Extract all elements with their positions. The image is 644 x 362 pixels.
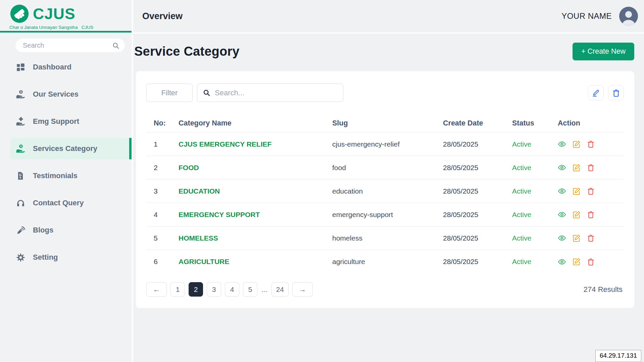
status-badge: Active — [512, 164, 558, 172]
edit-icon[interactable] — [573, 140, 581, 148]
create-date: 28/05/2025 — [443, 211, 512, 219]
delete-icon[interactable] — [587, 164, 595, 171]
search-icon[interactable] — [112, 42, 119, 49]
delete-icon[interactable] — [587, 258, 595, 266]
table-search-input[interactable] — [215, 89, 338, 97]
svg-text:$: $ — [20, 90, 22, 94]
delete-icon[interactable] — [587, 211, 595, 218]
brand-name: CJUS — [33, 6, 76, 21]
category-name-link[interactable]: HOMELESS — [179, 234, 332, 242]
table-footer: ← 1 2 3 4 5 ... 24 → 274 Results — [146, 282, 624, 297]
pagination-page-4[interactable]: 4 — [225, 282, 239, 297]
category-name-link[interactable]: FOOD — [179, 164, 332, 172]
edit-icon[interactable] — [573, 234, 581, 242]
ip-address-overlay: 64.29.17.131 — [595, 350, 641, 362]
view-icon[interactable] — [558, 163, 566, 172]
edit-icon[interactable] — [573, 164, 581, 172]
pagination-page-5[interactable]: 5 — [243, 282, 257, 297]
pagination-next-button[interactable]: → — [292, 282, 313, 297]
status-badge: Active — [512, 234, 558, 242]
bulk-edit-button[interactable] — [588, 85, 604, 100]
sidebar-item-blogs[interactable]: Blogs — [0, 219, 132, 241]
table-header-row: No: Category Name Slug Create Date Statu… — [146, 114, 624, 133]
status-badge: Active — [512, 258, 558, 266]
column-header-create-date: Create Date — [443, 119, 512, 127]
view-icon[interactable] — [558, 140, 566, 148]
column-header-action: Action — [558, 119, 624, 127]
results-count: 274 Results — [584, 285, 624, 294]
filter-button[interactable]: Filter — [146, 84, 193, 102]
delete-icon[interactable] — [587, 140, 595, 148]
view-icon[interactable] — [558, 210, 566, 219]
sidebar-item-label: Testimonials — [33, 171, 78, 180]
sidebar-search-input[interactable] — [23, 42, 112, 49]
trash-icon — [612, 89, 620, 97]
column-header-status: Status — [512, 119, 558, 127]
pagination-page-1[interactable]: 1 — [170, 282, 185, 297]
search-icon — [203, 89, 210, 97]
edit-icon[interactable] — [573, 187, 581, 195]
pagination: ← 1 2 3 4 5 ... 24 → — [146, 282, 313, 297]
row-actions — [558, 234, 624, 242]
sidebar-item-setting[interactable]: Setting — [0, 247, 132, 268]
hand-holding-dollar-icon: $ — [15, 90, 26, 99]
category-slug: homeless — [332, 234, 443, 242]
category-name-link[interactable]: EMERGENCY SUPPORT — [179, 211, 332, 219]
sidebar-item-label: Emg Support — [33, 117, 79, 126]
category-slug: education — [332, 187, 443, 195]
row-actions — [558, 210, 624, 219]
topbar: Overview YOUR NAME — [133, 0, 644, 34]
edit-icon[interactable] — [573, 211, 581, 219]
sidebar-item-our-services[interactable]: $ Our Services — [0, 84, 132, 105]
active-indicator-bar — [129, 138, 132, 159]
hand-holding-plus-icon — [15, 117, 26, 126]
pagination-page-2-active[interactable]: 2 — [189, 282, 203, 297]
category-table: No: Category Name Slug Create Date Statu… — [146, 114, 624, 273]
row-actions — [558, 187, 624, 195]
row-actions — [558, 140, 624, 148]
page-header: Service Category + Create New — [134, 43, 634, 60]
delete-icon[interactable] — [587, 187, 595, 195]
sidebar-search — [15, 39, 125, 52]
sidebar-item-label: Contact Query — [33, 199, 84, 207]
view-icon[interactable] — [558, 258, 566, 266]
category-name-link[interactable]: CJUS EMERGENCY RELIEF — [179, 140, 332, 148]
sidebar-item-label: Blogs — [33, 226, 53, 235]
column-header-no: No: — [154, 119, 179, 127]
table-row: 2 FOOD food 28/05/2025 Active — [146, 156, 624, 179]
pagination-page-3[interactable]: 3 — [207, 282, 221, 297]
create-date: 28/05/2025 — [443, 164, 512, 172]
category-slug: cjus-emergency-relief — [332, 140, 443, 148]
sidebar-item-label: Dashboard — [33, 63, 71, 71]
edit-icon[interactable] — [573, 258, 581, 266]
gear-icon — [15, 253, 26, 262]
blog-pen-icon — [15, 226, 26, 235]
create-new-button[interactable]: + Create New — [573, 43, 634, 60]
status-badge: Active — [512, 140, 558, 148]
view-icon[interactable] — [558, 234, 566, 242]
category-slug: food — [332, 164, 443, 172]
user-menu[interactable]: YOUR NAME — [561, 7, 638, 25]
sidebar-item-emg-support[interactable]: Emg Support — [0, 111, 132, 132]
category-name-link[interactable]: AGRICULTURE — [179, 258, 332, 266]
brand-logo[interactable]: CJUS Char o Janata Unnayan Sangstha CJUS — [0, 0, 132, 33]
table-row: 5 HOMELESS homeless 28/05/2025 Active — [146, 226, 624, 250]
bulk-delete-button[interactable] — [608, 85, 624, 100]
sidebar-item-services-category[interactable]: $ Services Category — [10, 138, 132, 159]
table-row: 6 AGRICULTURE agriculture 28/05/2025 Act… — [146, 250, 624, 273]
delete-icon[interactable] — [587, 234, 595, 242]
table-search — [197, 84, 343, 102]
sidebar-item-dashboard[interactable]: Dashboard — [0, 56, 132, 78]
avatar[interactable] — [619, 7, 638, 25]
sidebar-item-testimonials[interactable]: $ Testimonials — [0, 165, 132, 187]
view-icon[interactable] — [558, 187, 566, 195]
sidebar-item-contact-query[interactable]: Contact Query — [0, 192, 132, 214]
pagination-page-24[interactable]: 24 — [271, 282, 289, 297]
category-name-link[interactable]: EDUCATION — [179, 187, 332, 195]
sidebar: CJUS Char o Janata Unnayan Sangstha CJUS — [0, 0, 132, 362]
status-badge: Active — [512, 211, 558, 219]
category-slug: agriculture — [332, 258, 443, 266]
pagination-prev-button[interactable]: ← — [146, 282, 167, 297]
person-icon — [619, 8, 638, 25]
svg-text:$: $ — [20, 145, 22, 148]
